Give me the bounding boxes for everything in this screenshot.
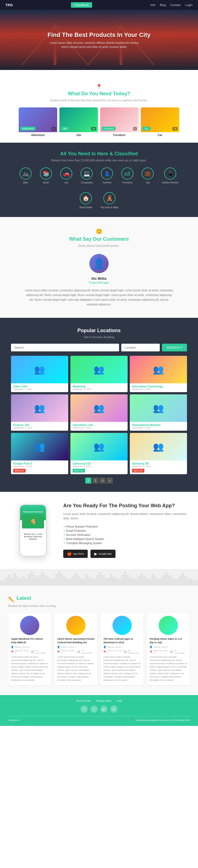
location-price: $888.00 [13, 469, 26, 472]
search-button[interactable]: SEARCH IT [162, 344, 187, 351]
author-icon: 👤 [103, 646, 106, 648]
calendar-icon: 📅 [11, 651, 14, 653]
location-image: 👥 [130, 394, 187, 422]
appstore-button[interactable]: 🍎 App Store [63, 550, 88, 558]
testimonial-title: What Say Our Customers [16, 236, 182, 242]
app-feature-item: Most Intelligent Search System [63, 537, 187, 541]
googleplay-button[interactable]: ▶ Google play [91, 550, 116, 558]
map-pin-icon: 📍 [131, 719, 134, 721]
icon-circle: 🛋 [121, 167, 133, 180]
speech-icon: 💬 [170, 651, 173, 653]
app-features: Phone Number ProtectionEmail ProtectionA… [63, 525, 187, 545]
icon-item-real-estate[interactable]: 🏠 Real Estate [79, 192, 92, 209]
category-card-job[interactable]: Job 29 Job [59, 107, 98, 137]
category-label: Furniture [100, 132, 139, 137]
footer-bottom-links: Contact Us [8, 719, 19, 721]
app-store-btns: 🍎 App Store ▶ Google play [63, 550, 187, 558]
category-card-car[interactable]: Car 44 Car [141, 107, 179, 137]
location-image: 👥 [11, 433, 68, 460]
page-button-1[interactable]: 1 [85, 477, 91, 484]
speech-icon: 💬 [124, 651, 127, 653]
page-button->[interactable]: > [107, 477, 113, 484]
location-card-4[interactable]: 👥 Operations Job September 3, 2019 [70, 394, 128, 431]
facebook-icon[interactable]: f [80, 706, 88, 713]
icon-item-fashion[interactable]: 👗 Fashion [101, 167, 113, 184]
article-card-3[interactable]: Pending Home Sales in U.S. Dip in July 👤… [147, 613, 190, 685]
footer-contact-link[interactable]: Contact Us [8, 719, 19, 721]
footer-bottom: Contact Us 📍 Your Business Address Goes … [8, 716, 190, 721]
icon-circle: 💼 [142, 167, 154, 180]
location-card-2[interactable]: 👥 Information Technology September 3, 20… [130, 356, 187, 392]
nav-login-link[interactable]: Login [185, 3, 193, 7]
twitter-icon[interactable]: t [91, 706, 98, 713]
linkedin-icon[interactable]: in [110, 706, 118, 713]
categories-grid: Adventure 5 Adventure Job 29 Job Furnitu… [11, 107, 187, 137]
location-info: Samsung S8 September 3, 2019 $651.00 [130, 460, 187, 474]
article-text: Lorem ipsum dolor sit amet, consecetur a… [103, 655, 141, 682]
article-author: lokeep_demo 1 [61, 646, 76, 648]
category-image: Furniture 4 [100, 107, 139, 132]
location-card-0[interactable]: 👥 Sales Jobs September 3, 2019 [11, 356, 68, 392]
location-date: September 3, 2019 [132, 388, 185, 391]
location-info: Finance Job September 3, 2019 [11, 422, 68, 431]
googleplus-icon[interactable]: g+ [100, 706, 107, 713]
location-info: Marketing September 3, 2019 [70, 383, 128, 392]
location-thumb-icon: 👥 [34, 364, 45, 375]
popular-locations-section: Popular Locations Sell & Purchase Anythi… [0, 318, 198, 492]
phone-screen-image: 🍕 [22, 515, 44, 528]
category-image: Car 44 [141, 107, 179, 132]
location-thumb-icon: 👥 [153, 441, 164, 452]
search-input[interactable] [11, 344, 119, 351]
location-title: Operations Job [73, 424, 125, 427]
location-thumb-icon: 👥 [94, 403, 104, 413]
location-image: 👥 [11, 356, 68, 383]
location-card-5[interactable]: 👥 Development Website September 3, 2019 [130, 394, 187, 431]
category-count: 44 [172, 127, 178, 130]
footer-privacy-link[interactable]: Privacy Policy [96, 700, 111, 702]
nav-blog-link[interactable]: Blog [160, 3, 166, 7]
page-button-3[interactable]: 3 [100, 477, 106, 484]
footer-terms-link[interactable]: Terms of Use [76, 700, 91, 702]
icon-item-toy-kids-&-baby[interactable]: 🧸 Toy Kids & Baby [101, 192, 119, 209]
page-button-2[interactable]: 2 [92, 477, 98, 484]
nav-info-link[interactable]: Info [151, 3, 155, 7]
article-title: The best Android apps to download in 201… [103, 637, 141, 644]
location-input[interactable] [121, 344, 160, 351]
icons-grid: 🚲 Bike 📚 Book 🚗 Car 💻 Computers 👗 Fashio… [11, 167, 187, 209]
icon-circle: 🏠 [80, 192, 92, 204]
location-icon: 📍 [96, 84, 102, 90]
category-label: Car [141, 132, 179, 137]
icon-item-job[interactable]: 💼 Job [142, 167, 154, 184]
nav-contact-link[interactable]: Contact [170, 3, 181, 7]
location-card-8[interactable]: 👥 Samsung S8 September 3, 2019 $651.00 [130, 433, 187, 474]
phone-screen: Find your Services 🍕 World's No.1 Local … [20, 505, 46, 556]
icon-item-mobile-phones[interactable]: 📱 Mobile Phones [162, 167, 178, 184]
article-meta: 👤 lokeep_demo 1 [150, 646, 187, 648]
icon-item-bike[interactable]: 🚲 Bike [20, 167, 32, 184]
footer-faq-link[interactable]: FAQ [117, 700, 122, 702]
article-author: lokeep_demo 1 [154, 646, 169, 648]
category-card-adventure[interactable]: Adventure 5 Adventure [19, 107, 57, 137]
what-section: 📍 What Do You Need Today? Explore some o… [0, 75, 198, 143]
icon-label: Job [146, 181, 150, 184]
location-title: Samsung S10 [73, 462, 125, 465]
author-icon: 👤 [150, 646, 152, 648]
icon-item-computers[interactable]: 💻 Computers [80, 167, 93, 184]
location-card-1[interactable]: 👥 Marketing September 3, 2019 [70, 356, 128, 392]
classifieds-button[interactable]: Classifieds [71, 2, 92, 8]
category-card-furniture[interactable]: Furniture 4 Furniture [100, 107, 139, 137]
article-meta: 👤 lokeep_demo 1 [103, 646, 141, 648]
icon-item-car[interactable]: 🚗 Car [60, 167, 72, 184]
article-card-2[interactable]: The best Android apps to download in 201… [101, 613, 143, 685]
location-image: 👥 [70, 356, 128, 383]
icon-item-book[interactable]: 📚 Book [40, 167, 52, 184]
location-card-6[interactable]: 👥 Google Pixel 3 September 3, 2019 $888.… [11, 433, 68, 474]
all-title: All You Need Is Here & Classified [11, 151, 187, 157]
location-card-7[interactable]: 👥 Samsung S10 September 3, 2019 $167.00 [70, 433, 128, 474]
article-image [20, 616, 39, 635]
icon-item-furniture[interactable]: 🛋 Furniture [121, 167, 133, 184]
location-card-3[interactable]: 👥 Finance Job September 3, 2019 [11, 394, 68, 431]
article-card-0[interactable]: Apple MacBook Pro 15inch Only $886.00 👤 … [8, 613, 51, 685]
article-card-1[interactable]: LEGO Nexus upcoming Friends Central Park… [55, 613, 97, 685]
location-title: Google Pixel 3 [13, 462, 66, 465]
